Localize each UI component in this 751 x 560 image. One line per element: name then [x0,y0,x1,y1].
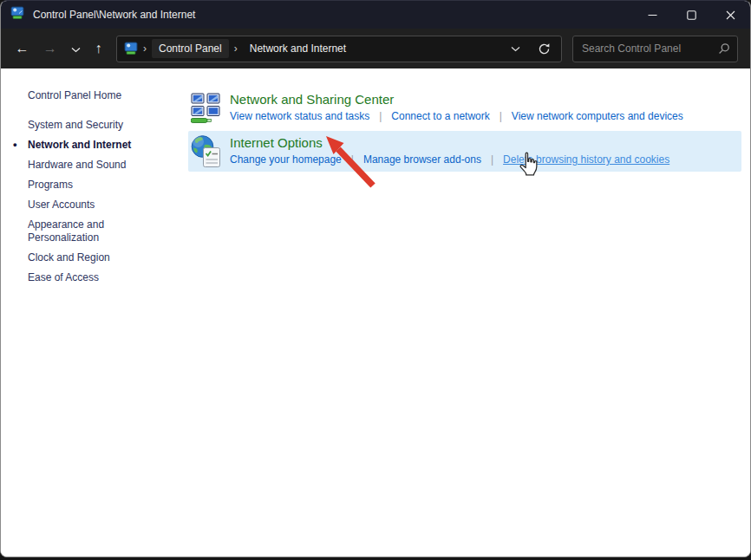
recent-pages-chevron[interactable] [71,41,81,56]
link-separator [351,153,354,166]
maximize-icon [687,10,696,20]
nav-buttons: ← → ↑ [1,41,116,56]
forward-button[interactable]: → [43,42,57,55]
search-box[interactable] [572,36,738,62]
sidebar-item-clock-and-region[interactable]: Clock and Region [28,251,160,264]
address-dropdown-chevron[interactable] [511,46,520,52]
search-input[interactable] [580,42,718,55]
maximize-button[interactable] [672,1,711,29]
link-separator [491,153,493,166]
sidebar-item-ease-of-access[interactable]: Ease of Access [28,271,160,284]
search-icon[interactable] [718,42,730,55]
category-row-internet-options: Internet Options Change your homepage Ma… [188,131,741,172]
breadcrumb-chevron-icon [229,42,243,55]
link-manage-browser-add-ons[interactable]: Manage browser add-ons [363,153,481,166]
breadcrumb-chevron-icon [138,42,152,55]
address-bar[interactable]: Control Panel Network and Internet [116,36,562,62]
control-panel-app-icon [10,6,24,23]
heading-internet-options[interactable]: Internet Options [230,135,669,150]
task-links: Change your homepage Manage browser add-… [230,153,669,166]
main-pane: Network and Sharing Center View network … [188,68,750,557]
navigation-bar: ← → ↑ Control Panel Network and Internet [1,29,750,68]
link-view-network-status-and-tasks[interactable]: View network status and tasks [230,110,369,122]
screen: { "window": { "title": "Control Panel\\N… [0,0,751,560]
close-icon [726,10,735,20]
task-links: View network status and tasks Connect to… [230,110,683,122]
sidebar-item-control-panel-home[interactable]: Control Panel Home [28,89,160,102]
network-sharing-center-icon[interactable] [191,91,222,126]
sidebar: Control Panel Home System and Security N… [1,68,188,557]
sidebar-item-hardware-and-sound[interactable]: Hardware and Sound [28,159,160,172]
heading-network-sharing-center[interactable]: Network and Sharing Center [230,92,683,107]
selected-bullet-icon [13,138,17,152]
sidebar-item-appearance-and-personalization[interactable]: Appearance and Personalization [28,218,160,244]
link-view-network-computers-and-devices[interactable]: View network computers and devices [512,110,683,122]
back-button[interactable]: ← [15,42,29,55]
content-area: Control Panel Home System and Security N… [1,68,750,557]
sidebar-item-system-and-security[interactable]: System and Security [28,119,160,132]
minimize-button[interactable] [633,1,672,29]
category-row-network-sharing-center: Network and Sharing Center View network … [188,88,741,128]
link-connect-to-a-network[interactable]: Connect to a network [391,110,489,122]
sidebar-item-user-accounts[interactable]: User Accounts [28,199,160,212]
breadcrumb-network-and-internet[interactable]: Network and Internet [243,39,353,58]
breadcrumb-control-panel[interactable]: Control Panel [152,39,229,58]
internet-options-icon[interactable] [191,134,222,169]
control-panel-window: Control Panel\Network and Internet ← → ↑ [0,0,751,557]
window-title: Control Panel\Network and Internet [33,9,195,21]
sidebar-item-programs[interactable]: Programs [28,179,160,192]
link-change-your-homepage[interactable]: Change your homepage [230,153,342,166]
window-controls [633,1,750,29]
category-text: Internet Options Change your homepage Ma… [230,133,669,166]
link-separator [379,110,382,122]
sidebar-item-network-and-internet[interactable]: Network and Internet [28,139,160,152]
minimize-icon [648,10,657,20]
title-bar: Control Panel\Network and Internet [1,1,750,29]
link-separator [500,110,502,122]
refresh-icon[interactable] [538,42,551,55]
up-button[interactable]: ↑ [95,42,102,55]
category-text: Network and Sharing Center View network … [230,90,683,122]
close-button[interactable] [711,1,750,29]
address-bar-actions [511,42,554,55]
link-delete-browsing-history-and-cookies[interactable]: Delete browsing history and cookies [503,153,669,166]
breadcrumb-location-icon [124,42,138,55]
